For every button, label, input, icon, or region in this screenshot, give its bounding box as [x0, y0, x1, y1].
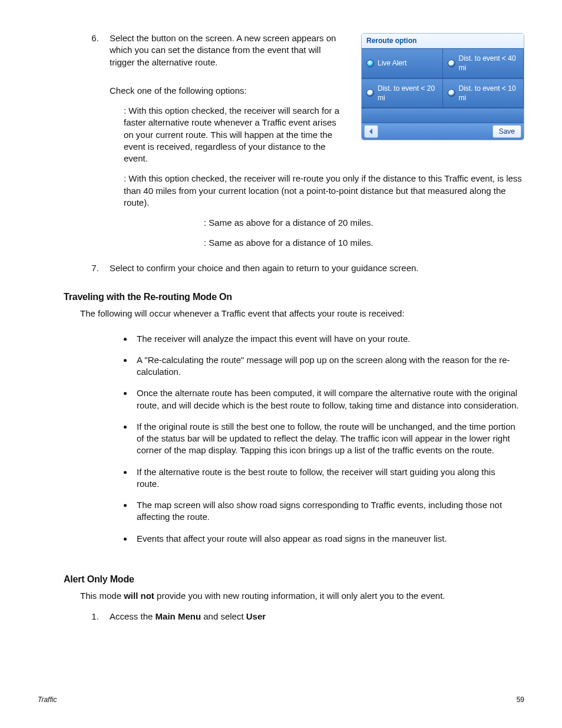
option-live-alert: : With this option checked, the receiver… [124, 105, 348, 164]
reroute-title: Reroute option [362, 34, 524, 48]
radio-label: Dist. to event < 40 mi [459, 54, 519, 73]
radio-dist-40[interactable]: Dist. to event < 40 mi [443, 48, 524, 78]
option-dist-20: : Same as above for a distance of 20 mil… [204, 217, 524, 229]
traveling-intro: The following will occur whenever a Traf… [80, 308, 520, 319]
heading-traveling: Traveling with the Re-routing Mode On [64, 291, 524, 304]
traveling-bullets: The receiver will analyze the impact thi… [120, 333, 520, 545]
option-dist-40: : With this option checked, the receiver… [124, 173, 524, 209]
bullet-item: If the alternative route is the best rou… [133, 466, 520, 490]
radio-icon [366, 89, 374, 97]
bullet-item: If the original route is still the best … [133, 421, 520, 457]
alert-steps: Access the Main Menu and select User [84, 611, 524, 622]
option-dist-10: : Same as above for a distance of 10 mil… [204, 237, 524, 249]
reroute-blank-strip [362, 108, 524, 123]
text: Select the [110, 33, 151, 43]
radio-label: Dist. to event < 20 mi [378, 84, 438, 103]
bullet-item: Once the alternate route has been comput… [133, 387, 520, 411]
reroute-option-screenshot: Reroute option Live Alert Dist. to event… [361, 33, 524, 140]
text: Access the [110, 611, 156, 621]
bullet-item: The map screen will also show road signs… [133, 499, 520, 523]
bullet-item: A "Re-calculating the route" message wil… [133, 354, 520, 378]
radio-icon [448, 89, 455, 97]
text: provide you with new routing information… [154, 591, 445, 601]
alert-step-1: Access the Main Menu and select User [101, 611, 524, 622]
reroute-bottom-bar: Save [362, 123, 524, 140]
footer-page-number: 59 [517, 695, 524, 704]
radio-dist-10[interactable]: Dist. to event < 10 mi [443, 78, 524, 108]
text-bold: User [246, 611, 266, 621]
bullet-item: The receiver will analyze the impact thi… [133, 333, 520, 345]
text: again to return to your guidance screen. [262, 263, 418, 273]
radio-label: Live Alert [378, 58, 406, 68]
page: Reroute option Live Alert Dist. to event… [0, 0, 562, 728]
step-7: Select to confirm your choice and then a… [101, 262, 524, 274]
text-bold: will not [124, 591, 154, 601]
radio-label: Dist. to event < 10 mi [459, 84, 519, 103]
footer-section: Traffic [38, 695, 57, 704]
page-footer: Traffic 59 [38, 695, 524, 704]
step-6-intro: Select the button on the screen. A new s… [110, 32, 348, 68]
radio-icon [366, 60, 374, 67]
heading-alert-only: Alert Only Mode [64, 573, 524, 586]
text: This mode [80, 591, 124, 601]
text: to confirm your choice and then [137, 263, 262, 273]
alert-intro: This mode will not provide you with new … [80, 590, 520, 602]
save-button[interactable]: Save [492, 125, 521, 138]
text: and select [201, 611, 246, 621]
text: Select [110, 263, 137, 273]
radio-dist-20[interactable]: Dist. to event < 20 mi [362, 78, 443, 108]
reroute-options-grid: Live Alert Dist. to event < 40 mi Dist. … [362, 48, 524, 108]
bullet-item: Events that affect your route will also … [133, 533, 520, 545]
text-bold: Main Menu [156, 611, 201, 621]
radio-live-alert[interactable]: Live Alert [362, 48, 443, 78]
back-button[interactable] [364, 125, 378, 138]
step-6-check: Check one of the following options: [110, 85, 348, 97]
radio-icon [448, 60, 455, 67]
back-arrow-icon [368, 129, 374, 134]
